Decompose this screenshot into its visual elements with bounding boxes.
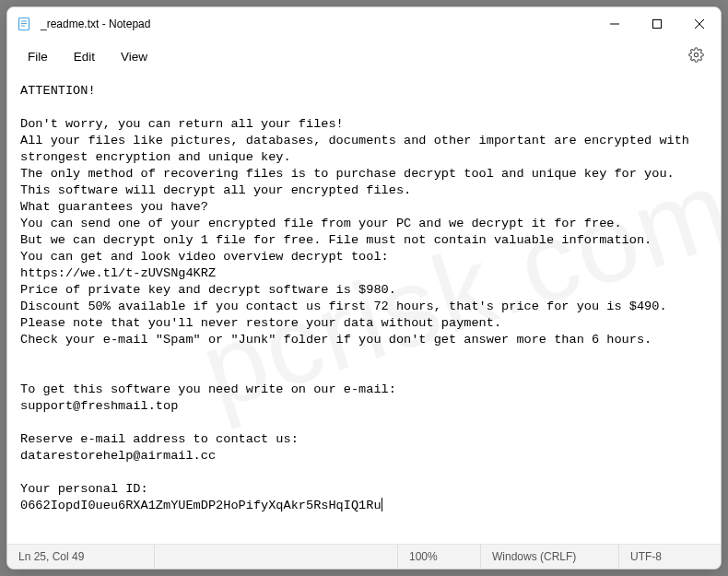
menubar: File Edit View	[7, 41, 721, 72]
svg-point-8	[694, 53, 698, 56]
menu-edit[interactable]: Edit	[61, 44, 108, 69]
settings-button[interactable]	[679, 41, 713, 72]
notepad-icon	[17, 17, 31, 31]
text-editor[interactable]: ATTENTION! Don't worry, you can return a…	[7, 72, 721, 544]
close-button[interactable]	[678, 7, 721, 41]
status-spacer	[155, 545, 398, 569]
titlebar: _readme.txt - Notepad	[7, 7, 721, 41]
status-encoding: UTF-8	[619, 545, 721, 569]
minimize-button[interactable]	[593, 7, 636, 41]
status-line-ending: Windows (CRLF)	[481, 545, 619, 569]
statusbar: Ln 25, Col 49 100% Windows (CRLF) UTF-8	[7, 544, 721, 569]
window-title: _readme.txt - Notepad	[41, 18, 593, 30]
menu-list: File Edit View	[15, 44, 160, 69]
menu-view[interactable]: View	[108, 44, 160, 69]
menu-file[interactable]: File	[15, 44, 61, 69]
svg-rect-5	[653, 20, 662, 29]
text-cursor	[382, 498, 382, 511]
window-controls	[593, 7, 721, 41]
gear-icon	[688, 47, 704, 66]
notepad-window: pcrisk.com _readme.txt - Notepad	[6, 6, 722, 570]
status-zoom: 100%	[398, 545, 481, 569]
maximize-button[interactable]	[636, 7, 678, 41]
status-position: Ln 25, Col 49	[7, 545, 155, 569]
